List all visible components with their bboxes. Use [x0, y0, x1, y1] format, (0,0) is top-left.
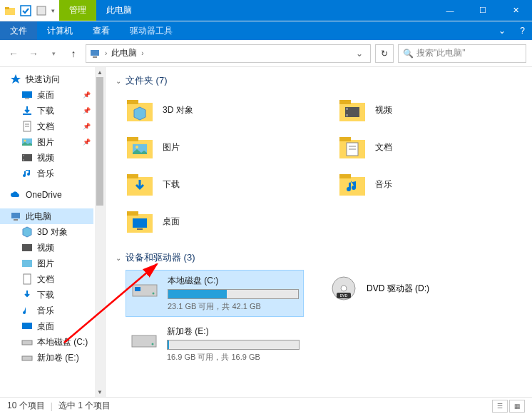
drive-c[interactable]: 本地磁盘 (C:) 23.1 GB 可用，共 42.1 GB [126, 270, 304, 317]
ribbon-collapse[interactable]: ⌄ [491, 21, 513, 40]
breadcrumb-sep[interactable]: › [141, 49, 143, 57]
tree-downloads[interactable]: 下载📌 [0, 103, 93, 118]
view-tab[interactable]: 查看 [83, 21, 120, 40]
folder-icon [4, 5, 16, 16]
svg-point-57 [152, 343, 154, 345]
computer-tab[interactable]: 计算机 [37, 21, 83, 40]
pin-icon: 📌 [83, 91, 91, 99]
tree-downloads-2[interactable]: 下载 [0, 287, 93, 303]
tree-onedrive[interactable]: OneDrive [0, 187, 93, 203]
tree-music[interactable]: 音乐 [0, 166, 93, 181]
content-pane: ⌄ 文件夹 (7) 3D 对象 视频 图片 文档 下载 [106, 67, 532, 397]
download-icon [21, 289, 33, 301]
tree-pictures[interactable]: 图片📌 [0, 134, 93, 150]
tree-thispc[interactable]: 此电脑 [0, 208, 93, 224]
close-button[interactable]: ✕ [499, 0, 532, 21]
picture-icon [21, 258, 33, 269]
tiles-view-button[interactable]: ▦ [509, 400, 525, 413]
chevron-down-icon: ⌄ [116, 77, 121, 85]
tree-documents-2[interactable]: 文档 [0, 271, 93, 287]
tree-quick-access[interactable]: 快速访问 [0, 71, 93, 87]
folder-desktop[interactable]: 桌面 [126, 204, 310, 238]
svg-rect-30 [346, 108, 348, 110]
svg-point-35 [135, 146, 138, 148]
svg-rect-37 [339, 137, 351, 141]
svg-rect-6 [22, 91, 32, 98]
tree-vol-e[interactable]: 新加卷 (E:) [0, 350, 93, 365]
quick-access-toolbar: ▾ [0, 0, 59, 21]
tree-local-c[interactable]: 本地磁盘 (C:) [0, 334, 93, 350]
drive-e-fill [168, 340, 169, 349]
folder-videos[interactable]: 视频 [338, 93, 522, 127]
svg-rect-26 [127, 100, 138, 104]
tree-videos[interactable]: 视频 [0, 150, 93, 166]
manage-context-tab[interactable]: 管理 [59, 0, 96, 21]
svg-rect-44 [339, 174, 351, 178]
pin-icon: 📌 [83, 123, 91, 130]
cloud-icon [10, 189, 21, 201]
svg-text:DVD: DVD [340, 293, 348, 298]
svg-point-13 [24, 140, 26, 142]
help-button[interactable]: ? [513, 21, 532, 40]
folder-video-icon [338, 96, 367, 124]
address-dropdown[interactable]: ⌄ [352, 49, 367, 59]
music-icon [21, 168, 33, 179]
properties-icon [36, 5, 47, 16]
tree-videos-2[interactable]: 视频 [0, 240, 93, 256]
svg-rect-31 [346, 114, 348, 116]
drives-section-header[interactable]: ⌄ 设备和驱动器 (3) [116, 251, 522, 264]
pin-icon: 📌 [83, 138, 91, 146]
refresh-button[interactable]: ↻ [375, 44, 394, 63]
history-dropdown[interactable]: ▾ [46, 46, 61, 61]
drive-c-name: 本地磁盘 (C:) [168, 275, 299, 287]
search-input[interactable]: 🔍 搜索"此电脑" [398, 44, 526, 63]
svg-rect-48 [137, 228, 143, 230]
sidebar-scrollbar[interactable]: ▲ ▼ [95, 67, 105, 397]
minimize-button[interactable]: — [434, 0, 466, 21]
checkbox-icon [20, 5, 31, 16]
folder-music[interactable]: 音乐 [338, 167, 522, 201]
folder-downloads[interactable]: 下载 [126, 167, 310, 201]
svg-rect-15 [23, 155, 24, 156]
breadcrumb-thispc[interactable]: 此电脑 [111, 47, 137, 59]
drive-icon [131, 275, 159, 303]
qat-dropdown[interactable]: ▾ [51, 7, 55, 14]
tree-3dobjects[interactable]: 3D 对象 [0, 224, 93, 240]
scroll-up[interactable]: ▲ [95, 67, 105, 77]
folder-3dobjects[interactable]: 3D 对象 [126, 93, 310, 127]
drive-dvd[interactable]: DVD DVD 驱动器 (D:) [325, 270, 434, 307]
folder-document-icon [338, 133, 367, 161]
folder-picture-icon [126, 133, 154, 161]
folders-section-header[interactable]: ⌄ 文件夹 (7) [116, 74, 522, 87]
tree-desktop-2[interactable]: 桌面 [0, 318, 93, 334]
maximize-button[interactable]: ☐ [466, 0, 499, 21]
star-icon [10, 74, 21, 85]
details-view-button[interactable]: ☰ [492, 400, 508, 413]
drive-tools-tab[interactable]: 驱动器工具 [120, 21, 183, 40]
svg-point-53 [341, 286, 347, 291]
drive-e[interactable]: 新加卷 (E:) 16.9 GB 可用，共 16.9 GB [126, 321, 304, 367]
file-tab[interactable]: 文件 [0, 21, 37, 40]
folder-download-icon [126, 170, 154, 198]
tree-pictures-2[interactable]: 图片 [0, 256, 93, 271]
video-icon [21, 152, 33, 163]
search-icon: 🔍 [403, 49, 414, 59]
pin-icon: 📌 [83, 107, 91, 114]
drive-dvd-name: DVD 驱动器 (D:) [367, 283, 429, 295]
tree-desktop[interactable]: 桌面📌 [0, 87, 93, 103]
tree-documents[interactable]: 文档📌 [0, 118, 93, 134]
folder-pictures[interactable]: 图片 [126, 130, 310, 164]
title-bar: ▾ 管理 此电脑 — ☐ ✕ [0, 0, 532, 21]
breadcrumb-sep: › [105, 49, 107, 57]
svg-rect-3 [37, 6, 46, 15]
forward-button[interactable]: → [26, 46, 41, 61]
scroll-down[interactable]: ▼ [95, 387, 105, 397]
tree-music-2[interactable]: 音乐 [0, 303, 93, 318]
drive-e-usage-bar [167, 340, 300, 350]
pc-icon [89, 48, 101, 59]
folder-documents[interactable]: 文档 [338, 130, 522, 164]
up-button[interactable]: ↑ [66, 46, 81, 61]
back-button[interactable]: ← [6, 46, 21, 61]
address-bar[interactable]: › 此电脑 › ⌄ [86, 44, 371, 63]
scroll-thumb[interactable] [96, 77, 103, 206]
